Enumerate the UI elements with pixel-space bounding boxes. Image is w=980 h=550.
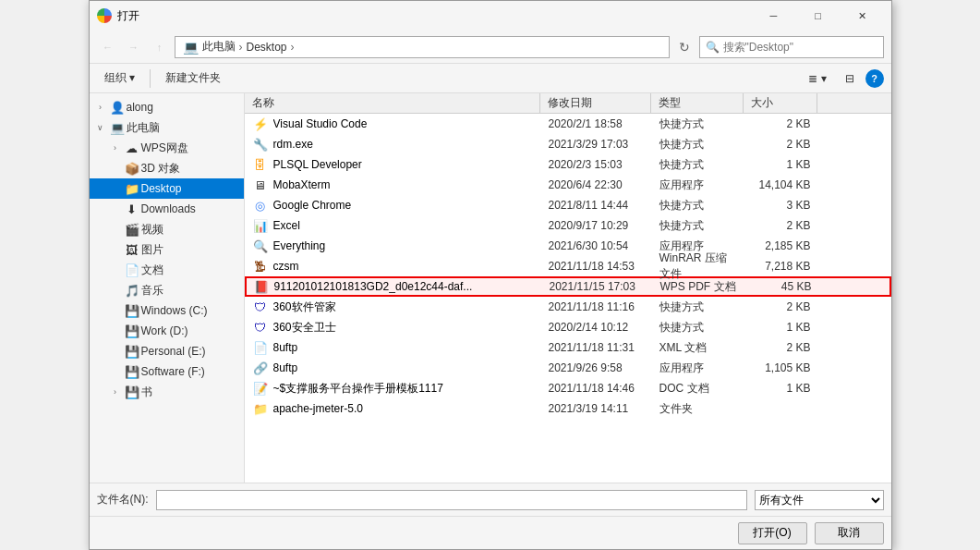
col-header-date[interactable]: 修改日期 xyxy=(540,93,651,113)
file-icon: 📊 xyxy=(253,218,268,233)
filetype-select[interactable]: 所有文件PDF 文件DOC 文件 xyxy=(755,490,884,510)
col-header-size[interactable]: 大小 xyxy=(744,93,817,113)
minimize-button[interactable]: ─ xyxy=(753,1,795,31)
file-row[interactable]: 📄8uftp2021/11/18 11:31XML 文档2 KB xyxy=(245,337,891,358)
file-row[interactable]: 🗜czsm2021/11/18 14:53WinRAR 压缩文件7,218 KB xyxy=(245,256,891,276)
main-content: ›👤along∨💻此电脑›☁WPS网盘📦3D 对象📁Desktop⬇Downlo… xyxy=(90,93,891,483)
tree-item-label: 图片 xyxy=(141,242,163,258)
tree-item-label: 书 xyxy=(141,385,152,400)
file-row[interactable]: 🔗8uftp2021/9/26 9:58应用程序1,105 KB xyxy=(245,358,891,378)
file-row[interactable]: 🛡360软件管家2021/11/18 11:16快捷方式2 KB xyxy=(245,297,891,317)
file-row[interactable]: 🔧rdm.exe2021/3/29 17:03快捷方式2 KB xyxy=(245,134,891,154)
sidebar-item-videos[interactable]: 🎬视频 xyxy=(90,219,244,239)
tree-item-icon: 📄 xyxy=(125,263,139,277)
sidebar-item-desktop[interactable]: 📁Desktop xyxy=(90,178,244,199)
file-row[interactable]: 🔍Everything2021/6/30 10:54应用程序2,185 KB xyxy=(245,236,891,256)
sidebar-item-c-drive[interactable]: 💾Windows (C:) xyxy=(90,300,244,321)
file-icon: 🗜 xyxy=(253,259,268,274)
sidebar-item-along[interactable]: ›👤along xyxy=(90,97,244,117)
search-input[interactable] xyxy=(723,41,877,54)
file-type: 文件夹 xyxy=(652,401,744,417)
file-date: 2021/3/29 17:03 xyxy=(541,138,652,151)
sidebar-item-documents[interactable]: 📄文档 xyxy=(90,260,244,280)
open-button[interactable]: 打开(O) xyxy=(738,522,807,544)
file-date: 2021/11/15 17:03 xyxy=(542,280,653,293)
file-name-cell: 📊Excel xyxy=(246,218,541,233)
forward-button[interactable]: → xyxy=(123,36,145,58)
up-button[interactable]: ↑ xyxy=(149,36,171,58)
file-date: 2021/11/18 11:31 xyxy=(541,341,652,354)
col-header-type[interactable]: 类型 xyxy=(651,93,744,113)
view-toggle-button[interactable]: ≣ ▾ xyxy=(801,67,834,90)
file-row[interactable]: ⚡Visual Studio Code2020/2/1 18:58快捷方式2 K… xyxy=(245,114,891,134)
file-type: 快捷方式 xyxy=(652,137,744,153)
file-name-text: PLSQL Developer xyxy=(273,158,362,171)
file-size: 2,185 KB xyxy=(744,239,818,252)
file-row[interactable]: 🖥MobaXterm2020/6/4 22:30应用程序14,104 KB xyxy=(245,175,891,195)
tree-item-label: Work (D:) xyxy=(141,324,188,337)
new-folder-button[interactable]: 新建文件夹 xyxy=(158,67,228,90)
tree-item-icon: 💻 xyxy=(110,120,125,135)
file-date: 2020/2/1 18:58 xyxy=(541,117,652,130)
refresh-button[interactable]: ↻ xyxy=(673,36,696,58)
file-name-cell: 🔧rdm.exe xyxy=(246,137,541,152)
file-type: WinRAR 压缩文件 xyxy=(652,251,744,282)
expand-icon: › xyxy=(108,385,123,399)
sidebar-item-f-drive[interactable]: 💾Software (F:) xyxy=(90,361,244,382)
file-row[interactable]: 📁apache-jmeter-5.02021/3/19 14:11文件夹 xyxy=(245,398,891,419)
file-icon: 🔗 xyxy=(253,361,268,375)
close-button[interactable]: ✕ xyxy=(841,1,884,31)
sidebar-item-pictures[interactable]: 🖼图片 xyxy=(90,239,244,260)
file-row[interactable]: ◎Google Chrome2021/8/11 14:44快捷方式3 KB xyxy=(245,195,891,215)
file-list-header: 名称 修改日期 类型 大小 xyxy=(245,93,891,114)
back-button[interactable]: ← xyxy=(97,36,119,58)
file-row[interactable]: 🗄PLSQL Developer2020/2/3 15:03快捷方式1 KB xyxy=(245,154,891,175)
file-name-cell: 🛡360安全卫士 xyxy=(246,320,541,336)
expand-icon xyxy=(108,202,123,216)
col-header-name[interactable]: 名称 xyxy=(245,93,540,113)
sidebar-item-more[interactable]: ›💾书 xyxy=(90,382,244,402)
sidebar-item-wps[interactable]: ›☁WPS网盘 xyxy=(90,138,244,158)
cancel-button[interactable]: 取消 xyxy=(815,522,884,544)
file-row[interactable]: 🛡360安全卫士2020/2/14 10:12快捷方式1 KB xyxy=(245,317,891,337)
tree-item-icon: ⬇ xyxy=(125,202,139,216)
file-size: 1,105 KB xyxy=(744,361,818,374)
file-name-text: rdm.exe xyxy=(273,138,313,151)
sidebar-item-this-pc[interactable]: ∨💻此电脑 xyxy=(90,117,244,138)
tree-item-label: 视频 xyxy=(141,222,163,238)
help-button[interactable]: ? xyxy=(865,69,884,88)
file-size: 2 KB xyxy=(744,117,818,130)
search-box[interactable]: 🔍 xyxy=(699,36,884,58)
tree-item-label: Personal (E:) xyxy=(141,345,206,358)
sidebar-item-downloads[interactable]: ⬇Downloads xyxy=(90,199,244,219)
sidebar-item-d-drive[interactable]: 💾Work (D:) xyxy=(90,321,244,341)
file-name-cell: 📕911201012101813GD2_d0e12c44-daf... xyxy=(247,279,542,294)
maximize-button[interactable]: □ xyxy=(797,1,840,31)
file-name-text: ~$支撑服务平台操作手册模板1117 xyxy=(273,381,443,397)
sidebar-item-music[interactable]: 🎵音乐 xyxy=(90,280,244,300)
file-name-text: 8uftp xyxy=(273,341,298,354)
pane-icon: ⊟ xyxy=(845,72,854,85)
file-row[interactable]: 📕911201012101813GD2_d0e12c44-daf...2021/… xyxy=(245,276,891,297)
file-row[interactable]: 📝~$支撑服务平台操作手册模板11172021/11/18 14:46DOC 文… xyxy=(245,378,891,398)
expand-icon xyxy=(108,364,123,379)
file-row[interactable]: 📊Excel2020/9/17 10:29快捷方式2 KB xyxy=(245,215,891,236)
breadcrumb[interactable]: 💻 此电脑 › Desktop › xyxy=(175,36,670,58)
file-name-cell: ⚡Visual Studio Code xyxy=(246,116,541,131)
breadcrumb-thispc: 此电脑 xyxy=(202,39,236,55)
file-icon: ◎ xyxy=(253,198,268,213)
sidebar-item-e-drive[interactable]: 💾Personal (E:) xyxy=(90,341,244,361)
file-type: 快捷方式 xyxy=(652,198,744,214)
search-icon: 🔍 xyxy=(706,41,720,54)
bottom-bar: 文件名(N): 所有文件PDF 文件DOC 文件 xyxy=(90,483,891,516)
expand-icon xyxy=(108,283,123,298)
file-name-cell: 🛡360软件管家 xyxy=(246,299,541,315)
filename-input[interactable] xyxy=(156,490,747,510)
tree-item-label: 此电脑 xyxy=(127,120,160,136)
sidebar-item-3d[interactable]: 📦3D 对象 xyxy=(90,158,244,178)
tree-item-icon: 🎵 xyxy=(125,283,139,298)
pane-button[interactable]: ⊟ xyxy=(838,67,862,90)
file-date: 2021/9/26 9:58 xyxy=(541,361,652,374)
organize-button[interactable]: 组织 ▾ xyxy=(97,67,142,90)
toolbar-separator xyxy=(150,69,151,88)
